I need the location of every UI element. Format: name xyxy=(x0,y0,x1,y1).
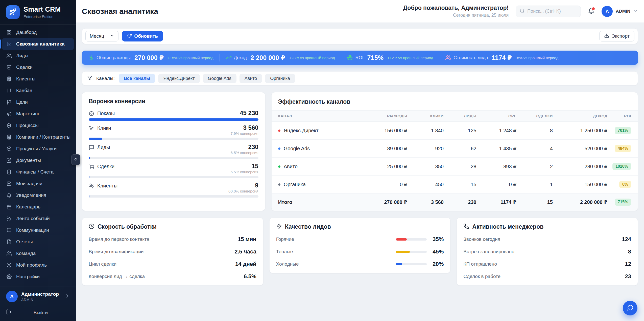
channel-chip-google[interactable]: Google Ads xyxy=(203,74,236,83)
sidebar-item-calendar[interactable]: Календарь xyxy=(2,201,74,213)
search-box[interactable] xyxy=(516,6,581,17)
channel-dot xyxy=(278,147,280,150)
refresh-icon xyxy=(127,33,132,39)
date-text: Сегодня пятница, 25 июля xyxy=(403,13,509,18)
sidebar-item-tasks[interactable]: Мои задачи xyxy=(2,178,74,189)
logout-icon xyxy=(6,309,12,316)
trend-up-icon xyxy=(226,55,231,60)
sidebar-item-events[interactable]: Лента событий xyxy=(2,213,74,224)
quality-title: Качество лидов xyxy=(285,223,331,230)
sidebar-item-processes[interactable]: Процессы xyxy=(2,120,74,131)
sidebar-user[interactable]: A Администратор ADMIN xyxy=(0,287,76,306)
charts-row: Воронка конверсии Показы 45 230 Клики 3 … xyxy=(82,92,638,211)
funnel-bar xyxy=(89,138,258,140)
chevron-down-icon xyxy=(110,33,114,39)
stat-lead-cost: Стоимость лида: 1174 ₽ -8% vs прошлый пе… xyxy=(445,54,558,61)
sidebar: Smart CRM Enterprise Edition Дашборд Скв… xyxy=(0,0,76,321)
dollar-icon xyxy=(88,55,94,60)
metric-row: Звонков сегодня124 xyxy=(463,236,631,243)
sidebar-item-profile[interactable]: Мой профиль xyxy=(2,259,74,271)
users-icon xyxy=(445,55,451,60)
metric-row: Конверсия лид → сделка6.5% xyxy=(89,273,256,280)
chat-fab-button[interactable] xyxy=(623,301,637,315)
page-title: Сквозная аналитика xyxy=(82,7,158,16)
sidebar-item-companies[interactable]: Компании / Контрагенты xyxy=(2,131,74,143)
filter-label: Каналы: xyxy=(96,76,115,81)
rocket-icon xyxy=(6,5,20,19)
content: Месяц Обновить Экспорт Общие расходы: 27… xyxy=(76,23,644,321)
channel-chip-all[interactable]: Все каналы xyxy=(119,74,155,83)
calculator-icon xyxy=(7,169,12,175)
quality-row: Горячие 35% xyxy=(276,236,444,243)
sidebar-item-dashboard[interactable]: Дашборд xyxy=(2,27,74,38)
sidebar-item-marketing[interactable]: Маркетинг xyxy=(2,108,74,120)
building-icon xyxy=(7,134,12,140)
main-area: Сквозная аналитика Добро пожаловать, Адм… xyxy=(76,0,644,321)
sidebar-item-team[interactable]: Команда xyxy=(2,248,74,259)
sidebar-item-goals[interactable]: Цели xyxy=(2,96,74,108)
funnel-stage: Показы 45 230 xyxy=(89,110,258,121)
kpi-stats-bar: Общие расходы: 270 000 ₽ +15% vs прошлый… xyxy=(82,51,638,65)
welcome-text: Добро пожаловать, Администратор! xyxy=(403,5,509,11)
export-button[interactable]: Экспорт xyxy=(599,31,634,41)
quality-row: Теплые 45% xyxy=(276,248,444,255)
sidebar-item-kanban[interactable]: Канбан xyxy=(2,85,74,96)
calendar-icon xyxy=(7,204,12,210)
search-icon xyxy=(520,8,525,14)
clock-icon xyxy=(89,223,94,230)
channel-chip-yandex[interactable]: Яндекс.Директ xyxy=(158,74,200,83)
users-icon xyxy=(7,251,12,256)
channel-dot xyxy=(278,130,280,132)
channel-chip-avito[interactable]: Авито xyxy=(240,74,262,83)
period-select[interactable]: Месяц xyxy=(85,31,118,41)
stat-delta: +28% vs прошлый период xyxy=(289,56,335,60)
quality-bar xyxy=(396,251,427,253)
cart-icon xyxy=(89,164,94,169)
refresh-button[interactable]: Обновить xyxy=(122,31,163,41)
metric-row: КП отправлено12 xyxy=(463,261,631,267)
sidebar-item-documents[interactable]: Документы xyxy=(2,155,74,166)
stat-divider xyxy=(341,54,341,61)
metric-row: Время до квалификации2.5 часа xyxy=(89,248,256,255)
chart-icon xyxy=(7,41,12,47)
sidebar-item-notifications[interactable]: Уведомления xyxy=(2,189,74,201)
user-role: ADMIN xyxy=(21,298,59,302)
stat-delta: -8% vs прошлый период xyxy=(516,56,558,60)
logout-label: Выйти xyxy=(12,310,70,315)
sidebar-collapse-button[interactable] xyxy=(71,154,80,165)
sidebar-item-settings[interactable]: Настройки xyxy=(2,271,74,283)
sidebar-item-products[interactable]: Продукты / Услуги xyxy=(2,143,74,155)
user-menu[interactable]: A ADMIN xyxy=(602,6,638,17)
sidebar-item-reports[interactable]: Отчеты xyxy=(2,236,74,248)
sidebar-item-clients[interactable]: Клиенты xyxy=(2,73,74,85)
logout-button[interactable]: Выйти xyxy=(0,306,76,321)
channel-row: Яндекс.Директ 156 000 ₽1 8401251 248 ₽81… xyxy=(272,122,638,140)
channel-dot xyxy=(278,183,280,186)
bell-icon xyxy=(7,192,12,198)
welcome-block: Добро пожаловать, Администратор! Сегодня… xyxy=(403,5,509,18)
metric-row: Встреч запланировано8 xyxy=(463,248,631,255)
notifications-bell[interactable] xyxy=(588,8,594,15)
sidebar-item-analytics[interactable]: Сквозная аналитика xyxy=(2,38,74,50)
channel-chip-organic[interactable]: Органика xyxy=(265,74,295,83)
sidebar-item-leads[interactable]: Лиды xyxy=(2,50,74,61)
avatar: A xyxy=(602,6,613,17)
stat-delta: +12% vs прошлый период xyxy=(387,56,433,60)
rss-icon xyxy=(7,216,12,221)
search-input[interactable] xyxy=(527,9,577,14)
sidebar-item-deals[interactable]: Сделки xyxy=(2,61,74,73)
check-square-icon xyxy=(7,181,12,186)
sidebar-item-communications[interactable]: Коммуникации xyxy=(2,224,74,236)
funnel-stage: Сделки 15 6.5% конверсия xyxy=(89,163,258,178)
stat-revenue: Доход: 2 200 000 ₽ +28% vs прошлый перио… xyxy=(226,54,335,61)
chat-icon xyxy=(7,227,12,233)
stat-spend: Общие расходы: 270 000 ₽ +15% vs прошлый… xyxy=(88,54,213,61)
metric-row: Цикл сделки14 дней xyxy=(89,261,256,267)
app-name: Smart CRM xyxy=(23,6,61,13)
avatar: A xyxy=(6,291,18,302)
funnel-card: Воронка конверсии Показы 45 230 Клики 3 … xyxy=(82,92,265,211)
sidebar-item-finance[interactable]: Финансы / Счета xyxy=(2,166,74,178)
channel-row: Органика 0 ₽450150 ₽1150 000 ₽ 0% xyxy=(272,176,638,194)
funnel-bar xyxy=(89,157,258,159)
stat-divider xyxy=(220,54,220,61)
